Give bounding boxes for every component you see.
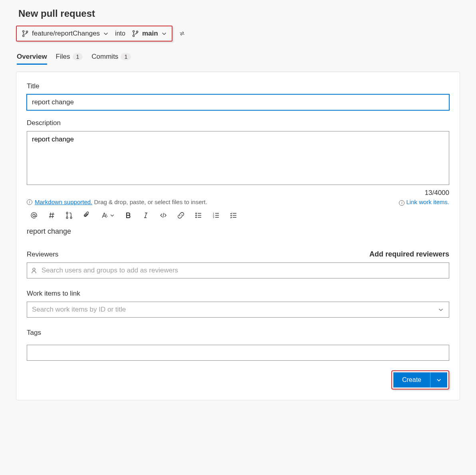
title-input[interactable] [27, 94, 449, 110]
attachment-icon[interactable] [83, 211, 91, 219]
description-preview: report change [27, 223, 449, 239]
page-title: New pull request [16, 8, 460, 19]
person-icon [31, 267, 37, 274]
svg-point-9 [70, 217, 72, 219]
svg-text:3: 3 [213, 216, 214, 219]
tab-commits[interactable]: Commits 1 [91, 50, 131, 64]
description-label: Description [27, 119, 449, 127]
tags-input[interactable] [27, 345, 449, 361]
mention-icon[interactable] [30, 211, 38, 219]
bullet-list-icon[interactable] [194, 211, 202, 219]
code-icon[interactable] [159, 211, 167, 219]
numbered-list-icon[interactable]: 123 [212, 211, 220, 219]
tags-section: Tags [27, 329, 449, 361]
svg-point-1 [22, 35, 24, 37]
tags-label: Tags [27, 329, 449, 337]
svg-point-2 [26, 31, 28, 32]
source-branch-picker[interactable]: feature/reportChanges [22, 30, 109, 38]
markdown-supported-link[interactable]: Markdown supported. [35, 199, 92, 205]
svg-point-11 [196, 215, 196, 216]
target-branch-picker[interactable]: main [132, 30, 167, 38]
branch-icon [22, 30, 29, 37]
branch-icon [132, 30, 139, 37]
svg-point-5 [136, 31, 138, 32]
reviewers-label: Reviewers [27, 250, 58, 258]
form-panel: Title Description 13/4000 i Markdown sup… [16, 72, 460, 400]
svg-point-3 [133, 30, 134, 32]
bold-icon[interactable] [124, 211, 132, 219]
create-button[interactable]: Create [393, 372, 430, 388]
create-button-highlight: Create [391, 370, 449, 390]
text-format-icon[interactable] [100, 211, 115, 219]
tab-label: Files [56, 53, 70, 61]
workitems-section: Work items to link [27, 290, 449, 318]
description-textarea[interactable] [27, 131, 449, 185]
chevron-down-icon[interactable] [438, 307, 444, 312]
tab-label: Commits [91, 53, 118, 61]
pr-icon[interactable] [65, 211, 73, 219]
svg-point-7 [66, 212, 68, 214]
description-section: Description 13/4000 i Markdown supported… [27, 119, 449, 239]
reviewers-section: Reviewers Add required reviewers [27, 250, 449, 278]
source-branch-label: feature/reportChanges [32, 30, 100, 38]
workitems-input[interactable] [27, 302, 449, 318]
title-section: Title [27, 82, 449, 110]
info-icon: i [399, 200, 405, 206]
svg-point-4 [133, 35, 134, 37]
chevron-down-icon [103, 31, 109, 36]
chevron-down-icon [161, 31, 167, 36]
title-label: Title [27, 82, 449, 90]
tabs-row: Overview Files 1 Commits 1 [16, 50, 460, 64]
commits-count-badge: 1 [121, 53, 131, 60]
svg-point-12 [196, 217, 196, 218]
svg-point-10 [196, 213, 196, 214]
info-icon: i [27, 199, 32, 205]
hashtag-icon[interactable] [48, 211, 56, 219]
form-footer: Create [27, 370, 449, 390]
tab-overview[interactable]: Overview [17, 50, 47, 64]
markdown-hint: Drag & drop, paste, or select files to i… [92, 199, 207, 205]
branch-selector-highlight: feature/reportChanges into main [16, 26, 173, 42]
into-text: into [115, 30, 125, 37]
files-count-badge: 1 [73, 53, 83, 60]
svg-point-8 [66, 217, 68, 219]
description-helper-row: i Markdown supported. Drag & drop, paste… [27, 199, 449, 206]
italic-icon[interactable] [142, 211, 150, 219]
tab-label: Overview [17, 53, 47, 61]
link-work-items-link[interactable]: Link work items. [406, 199, 449, 205]
svg-point-16 [33, 268, 35, 270]
workitems-label: Work items to link [27, 290, 449, 298]
branch-selector-row: feature/reportChanges into main [16, 26, 460, 42]
target-branch-label: main [142, 30, 158, 38]
link-icon[interactable] [177, 211, 185, 219]
add-required-reviewers-link[interactable]: Add required reviewers [369, 250, 449, 258]
checklist-icon[interactable] [230, 211, 238, 219]
chevron-down-icon [436, 377, 442, 383]
reviewers-input[interactable] [27, 262, 449, 278]
create-dropdown-button[interactable] [430, 372, 447, 388]
svg-point-0 [22, 30, 24, 32]
svg-point-6 [33, 214, 35, 217]
tab-files[interactable]: Files 1 [56, 50, 83, 64]
char-count: 13/4000 [27, 189, 449, 197]
editor-toolbar: 123 [27, 206, 449, 223]
swap-branches-icon[interactable] [179, 30, 185, 37]
